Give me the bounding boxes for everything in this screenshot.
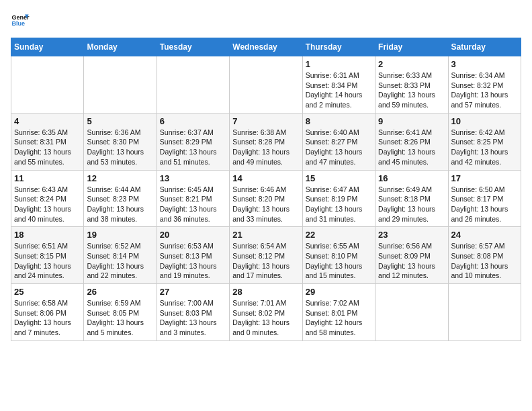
calendar-cell: 1Sunrise: 6:31 AMSunset: 8:34 PMDaylight… xyxy=(302,56,375,113)
calendar-cell xyxy=(11,56,84,113)
day-number: 23 xyxy=(378,230,445,240)
day-number: 27 xyxy=(160,287,226,297)
day-info: Sunrise: 6:46 AMSunset: 8:20 PMDaylight:… xyxy=(232,185,299,224)
calendar-cell: 6Sunrise: 6:37 AMSunset: 8:29 PMDaylight… xyxy=(157,113,229,170)
calendar-cell: 23Sunrise: 6:56 AMSunset: 8:09 PMDayligh… xyxy=(375,227,448,284)
day-info: Sunrise: 6:40 AMSunset: 8:27 PMDaylight:… xyxy=(306,128,372,167)
day-info: Sunrise: 6:51 AMSunset: 8:15 PMDaylight:… xyxy=(14,241,81,281)
day-number: 4 xyxy=(14,116,81,126)
day-of-week-header: Friday xyxy=(375,38,448,56)
calendar-week-row: 4Sunrise: 6:35 AMSunset: 8:31 PMDaylight… xyxy=(11,113,521,170)
day-number: 20 xyxy=(160,230,226,240)
calendar-week-row: 11Sunrise: 6:43 AMSunset: 8:24 PMDayligh… xyxy=(11,170,521,227)
day-number: 18 xyxy=(14,230,81,240)
calendar-cell: 9Sunrise: 6:41 AMSunset: 8:26 PMDaylight… xyxy=(375,113,448,170)
calendar-cell: 17Sunrise: 6:50 AMSunset: 8:17 PMDayligh… xyxy=(448,170,521,227)
logo-icon: General Blue xyxy=(11,11,30,30)
day-info: Sunrise: 6:47 AMSunset: 8:19 PMDaylight:… xyxy=(306,185,372,224)
day-number: 17 xyxy=(451,173,518,183)
day-info: Sunrise: 6:41 AMSunset: 8:26 PMDaylight:… xyxy=(378,128,445,167)
calendar-cell: 28Sunrise: 7:01 AMSunset: 8:02 PMDayligh… xyxy=(230,284,302,341)
svg-text:Blue: Blue xyxy=(11,20,25,27)
calendar-cell: 16Sunrise: 6:49 AMSunset: 8:18 PMDayligh… xyxy=(375,170,448,227)
day-info: Sunrise: 6:35 AMSunset: 8:31 PMDaylight:… xyxy=(14,128,81,167)
day-number: 15 xyxy=(306,173,372,183)
calendar-cell: 7Sunrise: 6:38 AMSunset: 8:28 PMDaylight… xyxy=(230,113,302,170)
day-info: Sunrise: 6:59 AMSunset: 8:05 PMDaylight:… xyxy=(87,298,153,338)
day-info: Sunrise: 6:57 AMSunset: 8:08 PMDaylight:… xyxy=(451,241,518,281)
day-info: Sunrise: 6:58 AMSunset: 8:06 PMDaylight:… xyxy=(14,298,81,338)
day-number: 14 xyxy=(232,173,299,183)
day-of-week-header: Monday xyxy=(84,38,157,56)
day-number: 13 xyxy=(160,173,226,183)
day-number: 29 xyxy=(306,287,372,297)
page-header: General Blue xyxy=(11,11,521,30)
day-number: 8 xyxy=(306,116,372,126)
day-info: Sunrise: 6:55 AMSunset: 8:10 PMDaylight:… xyxy=(306,241,372,281)
day-info: Sunrise: 7:02 AMSunset: 8:01 PMDaylight:… xyxy=(306,298,372,338)
day-of-week-header: Saturday xyxy=(448,38,521,56)
calendar-cell: 26Sunrise: 6:59 AMSunset: 8:05 PMDayligh… xyxy=(84,284,157,341)
day-number: 1 xyxy=(306,59,372,69)
calendar-cell: 22Sunrise: 6:55 AMSunset: 8:10 PMDayligh… xyxy=(302,227,375,284)
day-number: 9 xyxy=(378,116,445,126)
calendar-cell: 12Sunrise: 6:44 AMSunset: 8:23 PMDayligh… xyxy=(84,170,157,227)
calendar-cell: 2Sunrise: 6:33 AMSunset: 8:33 PMDaylight… xyxy=(375,56,448,113)
day-number: 25 xyxy=(14,287,81,297)
calendar-cell: 27Sunrise: 7:00 AMSunset: 8:03 PMDayligh… xyxy=(157,284,229,341)
day-number: 7 xyxy=(232,116,299,126)
calendar-cell xyxy=(157,56,229,113)
calendar-week-row: 25Sunrise: 6:58 AMSunset: 8:06 PMDayligh… xyxy=(11,284,521,341)
calendar-cell: 15Sunrise: 6:47 AMSunset: 8:19 PMDayligh… xyxy=(302,170,375,227)
calendar-cell: 29Sunrise: 7:02 AMSunset: 8:01 PMDayligh… xyxy=(302,284,375,341)
day-number: 28 xyxy=(232,287,299,297)
calendar-cell: 20Sunrise: 6:53 AMSunset: 8:13 PMDayligh… xyxy=(157,227,229,284)
calendar-cell: 19Sunrise: 6:52 AMSunset: 8:14 PMDayligh… xyxy=(84,227,157,284)
day-number: 10 xyxy=(451,116,518,126)
day-info: Sunrise: 6:34 AMSunset: 8:32 PMDaylight:… xyxy=(451,71,518,110)
day-of-week-header: Sunday xyxy=(11,38,84,56)
calendar-cell: 18Sunrise: 6:51 AMSunset: 8:15 PMDayligh… xyxy=(11,227,84,284)
day-number: 3 xyxy=(451,59,518,69)
calendar-cell xyxy=(84,56,157,113)
day-of-week-header: Wednesday xyxy=(230,38,302,56)
calendar-cell: 11Sunrise: 6:43 AMSunset: 8:24 PMDayligh… xyxy=(11,170,84,227)
day-info: Sunrise: 6:49 AMSunset: 8:18 PMDaylight:… xyxy=(378,185,445,224)
day-info: Sunrise: 7:00 AMSunset: 8:03 PMDaylight:… xyxy=(160,298,226,338)
day-of-week-header: Thursday xyxy=(302,38,375,56)
day-info: Sunrise: 6:38 AMSunset: 8:28 PMDaylight:… xyxy=(232,128,299,167)
day-number: 24 xyxy=(451,230,518,240)
calendar-week-row: 1Sunrise: 6:31 AMSunset: 8:34 PMDaylight… xyxy=(11,56,521,113)
day-info: Sunrise: 6:53 AMSunset: 8:13 PMDaylight:… xyxy=(160,241,226,281)
calendar-body: 1Sunrise: 6:31 AMSunset: 8:34 PMDaylight… xyxy=(11,56,521,341)
calendar-cell xyxy=(375,284,448,341)
day-info: Sunrise: 6:50 AMSunset: 8:17 PMDaylight:… xyxy=(451,185,518,224)
day-info: Sunrise: 6:44 AMSunset: 8:23 PMDaylight:… xyxy=(87,185,153,224)
day-number: 5 xyxy=(87,116,153,126)
day-info: Sunrise: 6:43 AMSunset: 8:24 PMDaylight:… xyxy=(14,185,81,224)
day-info: Sunrise: 6:54 AMSunset: 8:12 PMDaylight:… xyxy=(232,241,299,281)
day-number: 11 xyxy=(14,173,81,183)
day-number: 22 xyxy=(306,230,372,240)
calendar-cell: 24Sunrise: 6:57 AMSunset: 8:08 PMDayligh… xyxy=(448,227,521,284)
day-info: Sunrise: 6:33 AMSunset: 8:33 PMDaylight:… xyxy=(378,71,445,110)
calendar-table: SundayMondayTuesdayWednesdayThursdayFrid… xyxy=(11,38,521,341)
day-number: 19 xyxy=(87,230,153,240)
calendar-week-row: 18Sunrise: 6:51 AMSunset: 8:15 PMDayligh… xyxy=(11,227,521,284)
day-info: Sunrise: 6:52 AMSunset: 8:14 PMDaylight:… xyxy=(87,241,153,281)
day-of-week-header: Tuesday xyxy=(157,38,229,56)
calendar-cell: 13Sunrise: 6:45 AMSunset: 8:21 PMDayligh… xyxy=(157,170,229,227)
calendar-cell: 8Sunrise: 6:40 AMSunset: 8:27 PMDaylight… xyxy=(302,113,375,170)
calendar-cell: 4Sunrise: 6:35 AMSunset: 8:31 PMDaylight… xyxy=(11,113,84,170)
day-info: Sunrise: 6:45 AMSunset: 8:21 PMDaylight:… xyxy=(160,185,226,224)
logo: General Blue xyxy=(11,11,32,30)
calendar-cell xyxy=(230,56,302,113)
calendar-header-row: SundayMondayTuesdayWednesdayThursdayFrid… xyxy=(11,38,521,56)
day-info: Sunrise: 7:01 AMSunset: 8:02 PMDaylight:… xyxy=(232,298,299,338)
day-info: Sunrise: 6:56 AMSunset: 8:09 PMDaylight:… xyxy=(378,241,445,281)
calendar-cell xyxy=(448,284,521,341)
day-info: Sunrise: 6:42 AMSunset: 8:25 PMDaylight:… xyxy=(451,128,518,167)
day-number: 2 xyxy=(378,59,445,69)
day-number: 12 xyxy=(87,173,153,183)
calendar-cell: 3Sunrise: 6:34 AMSunset: 8:32 PMDaylight… xyxy=(448,56,521,113)
